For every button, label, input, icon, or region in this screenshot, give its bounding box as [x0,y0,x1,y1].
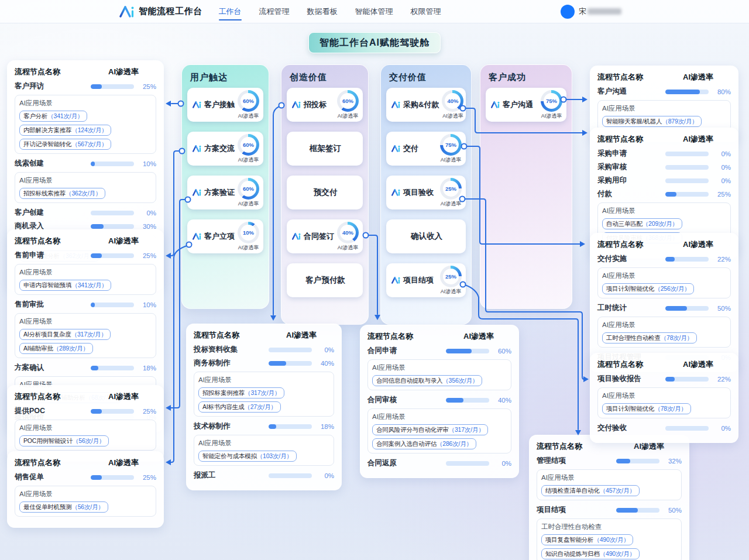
nav-item-流程管理[interactable]: 流程管理 [259,0,290,23]
node-name: 售前申请 [15,250,91,260]
node-rate-row: 报派工0% [194,470,334,480]
rate-bar [91,84,134,89]
ai-node-icon [193,232,201,241]
scenario-tag[interactable]: AI标书内容生成（27次/月） [198,401,281,413]
scenario-tag[interactable]: 知识自动提炼与归档（490次/月） [541,548,640,559]
card-header: 流程节点名称AI渗透率 [15,67,156,77]
ai-rate-column-header: AI渗透率 [91,391,156,402]
scenario-tag[interactable]: 合同案例入选自动评估（286次/月） [372,438,476,449]
node-label: 框架签订 [310,143,341,154]
rate-bar-fill [665,377,675,382]
scenario-tag[interactable]: 自动三单匹配（209次/月） [602,218,682,229]
rate-value: 50% [659,507,682,514]
scenario-tag[interactable]: 招投标线索推荐（362次/月） [19,188,105,199]
stage-title: 交付价值 [386,71,466,88]
rate-bar [91,211,134,215]
scenario-tag[interactable]: 项目计划智能优化（256次/月） [602,283,694,294]
scenario-tag[interactable]: 结项检查清单自动化（457次/月） [541,485,640,496]
rate-value: 25% [134,408,156,415]
nav-item-工作台[interactable]: 工作台 [219,0,242,23]
scenario-tag[interactable]: 项目复盘智能分析（490次/月） [541,534,633,545]
ai-scenario-box: AI应用场景客户分析（341次/月）内部解决方案推荐（124次/月）拜访记录智能… [15,95,156,154]
rate-value: 10% [134,301,156,308]
card-header: 流程节点名称AI渗透率 [367,331,511,342]
scenario-tag[interactable]: AI分析项目复杂度（317次/月） [19,329,111,340]
process-node-客户立项[interactable]: 客户立项10%AI渗透率 [187,219,263,253]
scenario-tag[interactable]: 智能定价与成本模拟（103次/月） [198,451,297,462]
ai-node-icon [193,232,201,241]
ai-scenario-box: AI应用场景项目计划智能优化（256次/月） [597,267,731,298]
stage-column-客户成功: 客户成功客户沟通75%AI渗透率 [480,64,572,309]
process-node-确认收入[interactable]: 确认收入 [386,219,466,253]
node-rate-row: 销售促单25% [15,472,156,482]
rate-bar [91,303,134,307]
node-name: 提供POC [15,406,91,416]
rate-bar [269,361,312,366]
scenario-tag[interactable]: 招投标案例推荐（317次/月） [198,387,284,398]
user-name: 宋 [579,6,621,17]
rate-bar-fill [616,459,630,463]
node-name: 客户拜访 [15,81,91,91]
scenario-tag[interactable]: 智能聊天客服/机器人（879次/月） [602,116,702,127]
scenario-tag[interactable]: 申请内容智能预填（341次/月） [19,280,111,291]
node-label: 合同签订 [304,231,334,242]
nav-item-权限管理[interactable]: 权限管理 [411,0,441,23]
scenario-tag[interactable]: AI辅助审批（289次/月） [19,343,93,354]
user-avatar-icon[interactable] [561,5,575,19]
process-node-交付[interactable]: 交付75%AI渗透率 [386,132,466,166]
scenario-tag[interactable]: 拜访记录智能转化（567次/月） [19,139,111,150]
rate-bar [91,366,134,370]
node-name: 采购用印 [597,176,665,185]
process-node-预交付[interactable]: 预交付 [287,176,363,209]
node-rate-row: 提供POC25% [15,406,156,416]
scenario-tag[interactable]: 合同信息自动提取与录入（356次/月） [372,375,482,386]
process-node-方案验证[interactable]: 方案验证60%AI渗透率 [187,176,263,209]
process-node-客户预付款[interactable]: 客户预付款 [287,263,363,297]
scenario-tag[interactable]: 项目计划智能优化（78次/月） [602,403,691,414]
scenario-tags: AI分析项目复杂度（317次/月）AI辅助审批（289次/月） [19,329,152,354]
rate-value: 0% [489,460,511,467]
scenario-tags: 申请内容智能预填（341次/月） [19,280,152,291]
scenario-tag[interactable]: POC用例智能设计（56次/月） [19,435,109,446]
user-box[interactable]: 宋 [561,5,621,19]
scenario-tag[interactable]: 内部解决方案推荐（124次/月） [19,125,111,136]
ai-node-icon [391,188,400,197]
scenario-tag[interactable]: 工时合理性自动检查（78次/月） [602,332,697,343]
rate-bar [616,508,659,513]
scenario-tags: POC用例智能设计（56次/月） [19,435,152,446]
stat-card-closing: 流程节点名称AI渗透率管理结项32%AI应用场景结项检查清单自动化（457次/月… [529,435,689,560]
process-node-项目结项[interactable]: 项目结项25%AI渗透率 [386,263,466,297]
ai-rate-column-header: AI渗透率 [91,67,156,77]
process-node-招投标[interactable]: 招投标60%AI渗透率 [287,88,363,122]
node-name-column-header: 流程节点名称 [367,331,446,342]
rate-bar [446,398,489,403]
node-label: 客户立项 [204,231,235,242]
process-node-项目验收[interactable]: 项目验收25%AI渗透率 [386,176,466,209]
scenario-tag[interactable]: 合同风险评分与自动化评审（317次/月） [372,424,488,435]
node-name: 交付实施 [597,254,665,264]
node-name: 客户创建 [15,208,91,218]
rate-bar [91,224,134,229]
penetration-donut: 60% [238,90,259,112]
node-rate-block: 60%AI渗透率 [238,90,259,120]
nav-item-数据看板[interactable]: 数据看板 [307,0,338,23]
scenario-tag[interactable]: 客户分析（341次/月） [19,111,87,122]
scenario-tag[interactable]: 最佳促单时机预测（56次/月） [19,501,108,513]
process-node-框架签订[interactable]: 框架签订 [287,132,363,166]
process-node-采购&付款[interactable]: 采购&付款40%AI渗透率 [386,88,466,122]
stage-title: 用户触达 [187,71,263,88]
process-node-客户接触[interactable]: 客户接触60%AI渗透率 [187,88,263,122]
process-node-客户沟通[interactable]: 客户沟通75%AI渗透率 [486,88,566,122]
donut-value: 40% [445,93,461,109]
penetration-donut: 60% [238,134,259,156]
process-node-合同签订[interactable]: 合同签订40%AI渗透率 [287,219,363,253]
node-rate-row: 交付实施22% [597,254,731,264]
nav-item-智能体管理[interactable]: 智能体管理 [355,0,393,23]
node-label: 客户接触 [204,99,235,110]
app-logo[interactable]: 智能流程工作台 [119,5,202,18]
node-rate-row: 合同审核40% [367,395,511,405]
rate-bar [665,192,709,197]
card-header: 流程节点名称AI渗透率 [597,239,731,250]
process-node-方案交流[interactable]: 方案交流60%AI渗透率 [187,132,263,166]
rate-bar [269,473,312,478]
